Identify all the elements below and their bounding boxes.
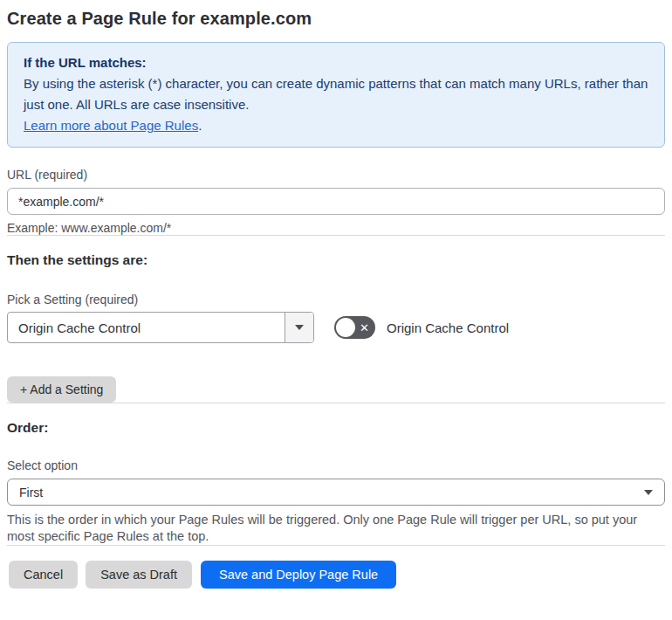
origin-cache-control-toggle[interactable]: ✕ xyxy=(334,316,375,339)
footer-actions: Cancel Save as Draft Save and Deploy Pag… xyxy=(7,561,665,589)
setting-row: Origin Cache Control ✕ Origin Cache Cont… xyxy=(7,312,665,343)
toggle-label: Origin Cache Control xyxy=(387,320,509,335)
chevron-down-icon xyxy=(644,490,653,495)
divider xyxy=(7,235,665,236)
order-select[interactable]: First xyxy=(7,479,665,506)
pick-setting-label: Pick a Setting (required) xyxy=(7,293,665,307)
save-and-deploy-button[interactable]: Save and Deploy Page Rule xyxy=(201,561,396,589)
url-match-info-banner: If the URL matches: By using the asteris… xyxy=(7,42,665,148)
info-banner-heading: If the URL matches: xyxy=(24,52,648,73)
toggle-off-x-icon: ✕ xyxy=(360,322,369,334)
chevron-down-icon xyxy=(295,325,304,330)
order-help-text: This is the order in which your Page Rul… xyxy=(7,512,657,545)
divider xyxy=(7,545,665,546)
cancel-button[interactable]: Cancel xyxy=(9,561,78,589)
page-title: Create a Page Rule for example.com xyxy=(7,9,665,29)
info-banner-link-row: Learn more about Page Rules. xyxy=(24,115,648,136)
page-rule-form: Create a Page Rule for example.com If th… xyxy=(0,0,672,589)
learn-more-link[interactable]: Learn more about Page Rules xyxy=(24,118,198,133)
setting-select-value: Origin Cache Control xyxy=(8,313,285,342)
setting-select[interactable]: Origin Cache Control xyxy=(7,312,314,343)
setting-select-arrow-button[interactable] xyxy=(285,313,313,342)
url-example-text: Example: www.example.com/* xyxy=(7,221,665,235)
order-select-value: First xyxy=(19,486,644,499)
url-input[interactable] xyxy=(7,188,665,215)
toggle-knob xyxy=(336,318,355,337)
url-field-label: URL (required) xyxy=(7,168,665,182)
order-select-label: Select option xyxy=(7,458,665,472)
save-as-draft-button[interactable]: Save as Draft xyxy=(86,561,192,589)
info-banner-body: By using the asterisk (*) character, you… xyxy=(24,73,648,115)
divider xyxy=(7,403,665,403)
link-suffix: . xyxy=(198,118,202,133)
add-setting-button[interactable]: + Add a Setting xyxy=(7,376,116,403)
settings-section-heading: Then the settings are: xyxy=(7,252,665,268)
order-section-heading: Order: xyxy=(7,420,665,436)
